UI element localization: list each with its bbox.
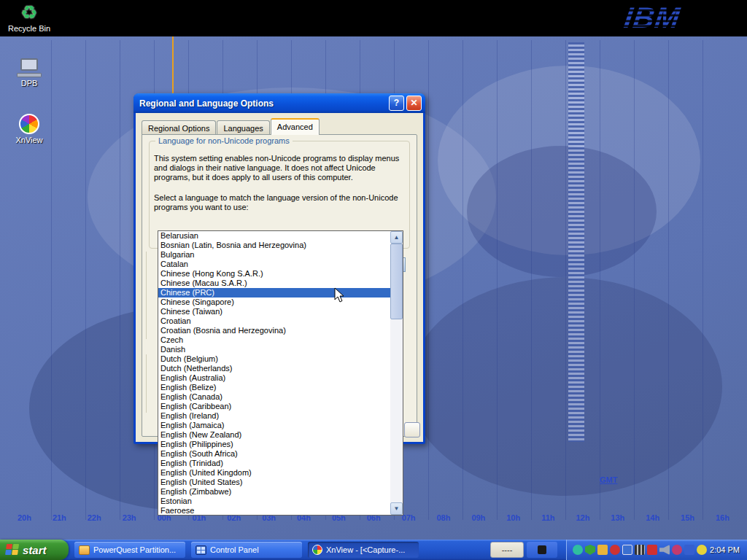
folder-icon	[79, 545, 90, 555]
timezone-label: 09h	[471, 513, 485, 522]
instruction-paragraph: Select a language to match the language …	[154, 193, 406, 212]
gmt-label: GMT	[600, 475, 617, 484]
desktop-icon-label: Recycle Bin	[3, 24, 55, 33]
language-dropdown-list: Belarusian Bosnian (Latin, Bosnia and He…	[158, 230, 403, 516]
system-tray: 2:04 PM	[566, 540, 747, 560]
language-option[interactable]: Croatian	[158, 316, 390, 326]
tab-strip: Regional Options Languages Advanced	[142, 118, 320, 135]
language-option[interactable]: Dutch (Netherlands)	[158, 364, 390, 373]
tray-icon-9[interactable]	[672, 545, 682, 555]
timezone-label: 07h	[402, 513, 416, 522]
language-option[interactable]: Chinese (Taiwan)	[158, 307, 390, 316]
desktop-icon-label: XnView	[3, 136, 55, 144]
timezone-label: 15h	[681, 513, 694, 522]
tray-icon-3[interactable]	[597, 545, 608, 555]
language-option[interactable]: Bulgarian	[158, 250, 390, 260]
dialog-title: Regional and Language Options	[137, 98, 387, 109]
timezone-label: 22h	[88, 513, 101, 522]
language-option[interactable]: Dutch (Belgium)	[158, 354, 390, 364]
language-option[interactable]: Catalan	[158, 260, 390, 269]
groupbox-title: Language for non-Unicode programs	[155, 136, 293, 145]
xnview-icon	[19, 114, 39, 134]
language-option[interactable]: Belarusian	[158, 231, 390, 241]
language-option-selected[interactable]: Chinese (PRC)	[158, 288, 390, 298]
tray-icon-1[interactable]	[573, 545, 583, 555]
language-option[interactable]: English (Canada)	[158, 392, 390, 402]
timezone-label: 14h	[646, 513, 659, 522]
tray-icon-4[interactable]	[610, 545, 620, 555]
desktop-icon-xnview[interactable]: XnView	[3, 114, 55, 144]
ibm-logo: IBM	[622, 1, 683, 34]
language-option[interactable]: Estonian	[158, 497, 390, 506]
timezone-label: 21h	[53, 513, 66, 522]
taskbar-toolbar-segment[interactable]: ----	[490, 542, 524, 558]
language-option[interactable]: Bosnian (Latin, Bosnia and Herzegovina)	[158, 241, 390, 250]
apply-button-fragment[interactable]	[404, 422, 420, 438]
help-button[interactable]: ?	[389, 96, 404, 111]
language-option[interactable]: English (Belize)	[158, 383, 390, 392]
desktop-icon-dpb[interactable]: DPB	[3, 58, 55, 88]
description-paragraph: This system setting enables non-Unicode …	[154, 154, 406, 182]
laptop-icon	[17, 58, 42, 77]
timezone-label: 23h	[123, 513, 136, 522]
language-option[interactable]: English (Australia)	[158, 373, 390, 383]
timezone-label: 10h	[506, 513, 520, 522]
toolbar-app-icon	[538, 545, 546, 554]
tray-icon-2[interactable]	[585, 545, 595, 555]
language-option[interactable]: English (South Africa)	[158, 449, 390, 459]
xnview-icon	[312, 545, 322, 555]
language-option[interactable]: English (Zimbabwe)	[158, 487, 390, 497]
timezone-label: 13h	[611, 513, 624, 522]
tray-icon-8[interactable]	[659, 545, 670, 555]
close-button[interactable]: ✕	[406, 96, 422, 111]
timezone-marker-line	[172, 36, 174, 96]
tab-languages[interactable]: Languages	[217, 120, 269, 135]
recycle-bin-icon: ♻	[3, 2, 55, 23]
language-option[interactable]: English (Caribbean)	[158, 402, 390, 411]
groupbox-edge-fragment	[146, 354, 147, 413]
language-option[interactable]: English (Trinidad)	[158, 459, 390, 468]
language-option[interactable]: Danish	[158, 345, 390, 354]
timezone-label: 11h	[541, 513, 554, 522]
language-option[interactable]: Czech	[158, 335, 390, 345]
tray-icon-11[interactable]	[697, 545, 707, 555]
language-option[interactable]: English (Ireland)	[158, 411, 390, 421]
language-option[interactable]: English (Jamaica)	[158, 421, 390, 430]
taskbar-toolbar-icon-segment[interactable]	[527, 542, 557, 558]
start-button[interactable]: start	[0, 540, 69, 560]
language-option[interactable]: Chinese (Hong Kong S.A.R.)	[158, 269, 390, 279]
task-label: XnView - [<Capture-...	[326, 545, 405, 554]
taskbar-clock[interactable]: 2:04 PM	[710, 545, 747, 554]
tray-icon-6[interactable]	[635, 545, 645, 555]
scrollbar-thumb[interactable]	[390, 244, 403, 319]
tray-icon-5[interactable]	[622, 545, 632, 555]
language-options: Belarusian Bosnian (Latin, Bosnia and He…	[158, 231, 390, 515]
scroll-down-icon[interactable]: ▼	[390, 502, 403, 515]
task-label: PowerQuest Partition...	[93, 545, 176, 554]
taskbar-task-powerquest[interactable]: PowerQuest Partition...	[74, 542, 185, 558]
taskbar-task-control-panel[interactable]: Control Panel	[191, 542, 302, 558]
tray-icon-7[interactable]	[647, 545, 657, 555]
scroll-up-icon[interactable]: ▲	[390, 231, 403, 244]
language-option[interactable]: Faeroese	[158, 506, 390, 515]
task-label: Control Panel	[210, 545, 259, 554]
taskbar-task-xnview[interactable]: XnView - [<Capture-...	[308, 542, 419, 558]
desktop-icon-recycle-bin[interactable]: ♻ Recycle Bin	[3, 2, 55, 33]
language-option[interactable]: English (United Kingdom)	[158, 468, 390, 478]
timezone-label: 08h	[437, 513, 451, 522]
list-scrollbar[interactable]: ▲ ▼	[390, 231, 403, 515]
language-option[interactable]: English (New Zealand)	[158, 430, 390, 440]
language-option[interactable]: English (Philippines)	[158, 440, 390, 449]
language-option[interactable]: Chinese (Macau S.A.R.)	[158, 279, 390, 288]
tab-regional-options[interactable]: Regional Options	[142, 120, 216, 135]
dialog-titlebar[interactable]: Regional and Language Options ? ✕	[133, 93, 425, 113]
language-option[interactable]: English (United States)	[158, 478, 390, 487]
mouse-cursor	[334, 287, 346, 308]
timezone-label: 20h	[18, 513, 31, 522]
language-option[interactable]: Chinese (Singapore)	[158, 298, 390, 307]
tray-icon-10[interactable]	[684, 545, 694, 555]
groupbox-edge-fragment	[146, 252, 147, 339]
tab-advanced[interactable]: Advanced	[271, 118, 320, 135]
language-option[interactable]: Croatian (Bosnia and Herzegovina)	[158, 326, 390, 335]
timezone-label: 12h	[576, 513, 589, 522]
